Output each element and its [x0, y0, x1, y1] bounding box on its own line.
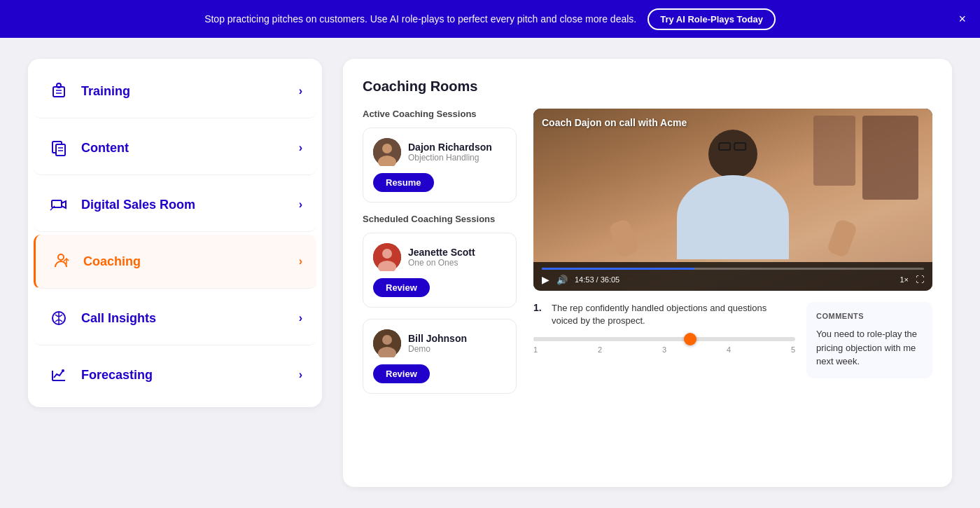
speed-label[interactable]: 1×: [899, 275, 909, 284]
play-button[interactable]: ▶: [542, 274, 550, 285]
svg-rect-5: [56, 144, 65, 156]
call-insights-chevron: ›: [299, 312, 302, 324]
rating-thumb[interactable]: [684, 333, 696, 345]
coaching-chevron: ›: [299, 255, 302, 268]
digital-sales-room-label: Digital Sales Room: [81, 198, 195, 212]
active-sessions-label: Active Coaching Sessions: [363, 109, 517, 119]
main-content: Training › Content ›: [0, 38, 980, 508]
video-title: Coach Dajon on call with Acme: [542, 117, 687, 128]
feedback-text: The rep confidently handled objections a…: [552, 302, 795, 327]
feedback-item-1: 1. The rep confidently handled objection…: [533, 302, 795, 327]
svg-rect-8: [52, 200, 62, 207]
feedback-number: 1.: [533, 302, 545, 327]
active-session-name: Dajon Richardson: [408, 142, 492, 153]
comments-title: COMMENTS: [816, 312, 923, 320]
volume-button[interactable]: 🔊: [556, 275, 568, 285]
training-label: Training: [81, 84, 130, 99]
digital-sales-room-chevron: ›: [299, 198, 302, 211]
jeanette-role: One on Ones: [408, 258, 475, 268]
session-card-dajon: Dajon Richardson Objection Handling Resu…: [363, 128, 517, 202]
coaching-label: Coaching: [83, 254, 141, 269]
sidebar-item-forecasting[interactable]: Forecasting ›: [34, 348, 316, 401]
avatar-bill: [373, 329, 401, 357]
feedback-left: 1. The rep confidently handled objection…: [533, 302, 795, 378]
video-player[interactable]: Coach Dajon on call with Acme ▶ 🔊 14:53 …: [533, 109, 932, 291]
resume-button[interactable]: Resume: [373, 173, 434, 192]
rating-row: 1 2 3 4 5: [533, 337, 795, 354]
progress-track[interactable]: [542, 268, 924, 270]
content-icon: [48, 137, 70, 159]
video-controls[interactable]: ▶ 🔊 14:53 / 36:05 1× ⛶: [533, 262, 932, 291]
call-insights-label: Call Insights: [81, 311, 156, 326]
sidebar-item-digital-sales-room[interactable]: Digital Sales Room ›: [34, 178, 316, 232]
call-insights-icon: [48, 307, 70, 329]
feedback-section: 1. The rep confidently handled objection…: [533, 302, 932, 378]
top-banner: Stop practicing pitches on customers. Us…: [0, 0, 980, 38]
right-panel: Coaching Rooms Active Coaching Sessions: [343, 59, 952, 487]
panel-title: Coaching Rooms: [363, 78, 932, 95]
video-column: Coach Dajon on call with Acme ▶ 🔊 14:53 …: [533, 109, 932, 405]
banner-close-button[interactable]: ×: [958, 13, 966, 25]
svg-point-24: [382, 335, 392, 345]
bill-name: Bill Johnson: [408, 333, 467, 344]
sessions-column: Active Coaching Sessions Dajon Richardso…: [363, 109, 517, 405]
sidebar-item-content[interactable]: Content ›: [34, 121, 316, 175]
banner-text: Stop practicing pitches on customers. Us…: [204, 13, 636, 25]
coaching-icon: [50, 250, 72, 273]
avatar-jeanette: [373, 243, 401, 271]
time-display: 14:53 / 36:05: [575, 275, 620, 284]
digital-sales-room-icon: [48, 193, 70, 216]
banner-cta-button[interactable]: Try AI Role-Plays Today: [648, 8, 776, 30]
active-session-role: Objection Handling: [408, 153, 492, 163]
forecasting-icon: [48, 364, 70, 386]
progress-fill: [542, 268, 694, 270]
sidebar: Training › Content ›: [28, 59, 322, 407]
jeanette-review-button[interactable]: Review: [373, 278, 430, 297]
svg-point-21: [382, 249, 392, 259]
content-label: Content: [81, 141, 129, 156]
rating-labels: 1 2 3 4 5: [533, 345, 795, 354]
avatar-dajon: [373, 138, 401, 166]
content-chevron: ›: [299, 142, 302, 154]
comment-text: You need to role-play the pricing object…: [816, 327, 923, 369]
rating-slider[interactable]: [533, 337, 795, 341]
comments-panel: COMMENTS You need to role-play the prici…: [806, 302, 932, 378]
forecasting-label: Forecasting: [81, 368, 153, 383]
sidebar-item-training[interactable]: Training ›: [34, 64, 316, 118]
svg-point-10: [58, 254, 64, 260]
forecasting-chevron: ›: [299, 369, 302, 381]
jeanette-name: Jeanette Scott: [408, 247, 475, 258]
session-card-jeanette: Jeanette Scott One on Ones Review: [363, 233, 517, 308]
bill-review-button[interactable]: Review: [373, 364, 430, 383]
bill-role: Demo: [408, 344, 467, 354]
training-icon: [48, 80, 70, 102]
sidebar-item-coaching[interactable]: Coaching ›: [34, 235, 316, 289]
svg-rect-0: [53, 87, 64, 97]
sidebar-item-call-insights[interactable]: Call Insights ›: [34, 291, 316, 345]
fullscreen-button[interactable]: ⛶: [916, 275, 924, 284]
svg-point-18: [382, 144, 392, 153]
session-card-bill: Bill Johnson Demo Review: [363, 319, 517, 394]
training-chevron: ›: [299, 85, 302, 97]
panel-body: Active Coaching Sessions Dajon Richardso…: [363, 109, 932, 405]
svg-point-16: [62, 369, 64, 372]
rating-fill: [533, 337, 690, 341]
scheduled-sessions-label: Scheduled Coaching Sessions: [363, 214, 517, 224]
svg-point-1: [57, 83, 61, 88]
